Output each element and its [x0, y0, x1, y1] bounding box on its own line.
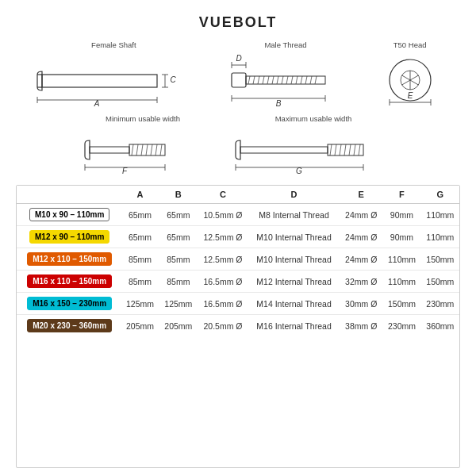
- svg-line-52: [155, 144, 157, 155]
- svg-line-15: [258, 76, 259, 84]
- row-label-cell: M16 x 110 – 150mm: [17, 271, 121, 293]
- page-title: VUEBOLT: [16, 14, 460, 31]
- svg-text:C: C: [171, 75, 177, 84]
- svg-line-47: [132, 144, 133, 155]
- cell-f: 150mm: [382, 293, 420, 315]
- cell-b: 85mm: [159, 271, 198, 293]
- svg-line-65: [354, 144, 355, 155]
- cell-g: 110mm: [421, 204, 459, 226]
- svg-line-26: [310, 76, 312, 84]
- row-label-cell: M10 x 90 – 110mm: [17, 204, 121, 226]
- table-body: M10 x 90 – 110mm65mm65mm10.5mm ØM8 Inter…: [17, 204, 459, 337]
- col-header-a: A: [121, 186, 159, 204]
- svg-line-21: [286, 76, 288, 84]
- svg-line-64: [349, 144, 351, 155]
- cell-e: 38mm Ø: [340, 315, 382, 337]
- svg-line-14: [253, 76, 255, 84]
- cell-c: 12.5mm Ø: [198, 248, 248, 271]
- cell-d: M16 Internal Thread: [248, 315, 340, 337]
- cell-a: 125mm: [121, 293, 159, 315]
- svg-line-49: [141, 144, 143, 155]
- cell-g: 110mm: [421, 226, 459, 248]
- table-row: M12 x 90 – 110mm65mm65mm12.5mm ØM10 Inte…: [17, 226, 459, 248]
- cell-b: 125mm: [159, 293, 198, 315]
- cell-e: 32mm Ø: [340, 271, 382, 293]
- cell-a: 205mm: [121, 315, 159, 337]
- svg-text:B: B: [276, 99, 282, 108]
- cell-a: 65mm: [121, 226, 159, 248]
- cell-e: 24mm Ø: [340, 248, 382, 271]
- cell-g: 360mm: [421, 315, 459, 337]
- svg-line-13: [248, 76, 250, 84]
- bottom-diagrams: Minimum usable width F: [16, 114, 460, 174]
- col-header-e: E: [340, 186, 382, 204]
- t50-head-diagram: T50 Head E: [378, 40, 442, 108]
- svg-line-20: [282, 76, 283, 84]
- cell-e: 30mm Ø: [340, 293, 382, 315]
- row-label: M10 x 90 – 110mm: [29, 208, 109, 221]
- table-row: M12 x 110 – 150mm85mm85mm12.5mm ØM10 Int…: [17, 248, 459, 271]
- cell-c: 16.5mm Ø: [198, 293, 248, 315]
- svg-rect-45: [90, 147, 129, 153]
- cell-a: 85mm: [121, 271, 159, 293]
- page: VUEBOLT Female Shaft A C: [0, 0, 476, 476]
- svg-line-60: [330, 144, 332, 155]
- svg-rect-0: [42, 75, 157, 87]
- min-width-label: Minimum usable width: [106, 114, 180, 123]
- col-header-f: F: [382, 186, 420, 204]
- max-width-label: Maximum usable width: [275, 114, 352, 123]
- male-thread-label: Male Thread: [264, 40, 306, 49]
- col-header-c: C: [198, 186, 248, 204]
- row-label-cell: M20 x 230 – 360mm: [17, 315, 121, 337]
- table-row: M20 x 230 – 360mm205mm205mm20.5mm ØM16 I…: [17, 315, 459, 337]
- row-label-cell: M12 x 90 – 110mm: [17, 226, 121, 248]
- svg-line-62: [340, 144, 341, 155]
- cell-c: 16.5mm Ø: [198, 271, 248, 293]
- svg-line-24: [301, 76, 302, 84]
- svg-text:F: F: [122, 167, 128, 174]
- svg-line-25: [305, 76, 307, 84]
- svg-line-63: [344, 144, 346, 155]
- row-label: M16 x 150 – 230mm: [27, 297, 112, 310]
- cell-g: 150mm: [421, 271, 459, 293]
- male-thread-diagram: Male Thread: [230, 40, 341, 108]
- top-diagrams: Female Shaft A C Male: [16, 40, 460, 108]
- table-row: M10 x 90 – 110mm65mm65mm10.5mm ØM8 Inter…: [17, 204, 459, 226]
- col-header-d: D: [248, 186, 340, 204]
- cell-f: 230mm: [382, 315, 420, 337]
- table-row: M16 x 150 – 230mm125mm125mm16.5mm ØM14 I…: [17, 293, 459, 315]
- svg-line-22: [291, 76, 293, 84]
- col-header-label: [17, 186, 121, 204]
- svg-line-18: [272, 76, 274, 84]
- cell-a: 65mm: [121, 204, 159, 226]
- svg-rect-58: [240, 147, 328, 153]
- table-header-row: A B C D E F G: [17, 186, 459, 204]
- row-label-cell: M16 x 150 – 230mm: [17, 293, 121, 315]
- specs-table-wrapper: A B C D E F G M10 x 90 – 110mm65mm65mm10…: [16, 185, 460, 468]
- cell-a: 85mm: [121, 248, 159, 271]
- svg-line-53: [160, 144, 162, 155]
- row-label-cell: M12 x 110 – 150mm: [17, 248, 121, 271]
- specs-table: A B C D E F G M10 x 90 – 110mm65mm65mm10…: [17, 186, 459, 336]
- table-row: M16 x 110 – 150mm85mm85mm16.5mm ØM12 Int…: [17, 271, 459, 293]
- female-shaft-label: Female Shaft: [91, 40, 136, 49]
- cell-b: 85mm: [159, 248, 198, 271]
- cell-d: M12 Internal Thread: [248, 271, 340, 293]
- svg-line-23: [296, 76, 298, 84]
- svg-line-27: [315, 76, 317, 84]
- svg-line-19: [277, 76, 278, 84]
- cell-f: 90mm: [382, 204, 420, 226]
- svg-text:G: G: [296, 167, 302, 174]
- svg-line-50: [146, 144, 148, 155]
- cell-f: 90mm: [382, 226, 420, 248]
- svg-line-16: [263, 76, 264, 84]
- female-shaft-diagram: Female Shaft A C: [34, 40, 193, 108]
- cell-c: 20.5mm Ø: [198, 315, 248, 337]
- cell-b: 65mm: [159, 226, 198, 248]
- svg-line-61: [335, 144, 336, 155]
- row-label: M16 x 110 – 150mm: [27, 274, 112, 288]
- min-width-diagram: Minimum usable width F: [83, 114, 202, 174]
- cell-e: 24mm Ø: [340, 204, 382, 226]
- svg-line-48: [136, 144, 138, 155]
- cell-f: 110mm: [382, 248, 420, 271]
